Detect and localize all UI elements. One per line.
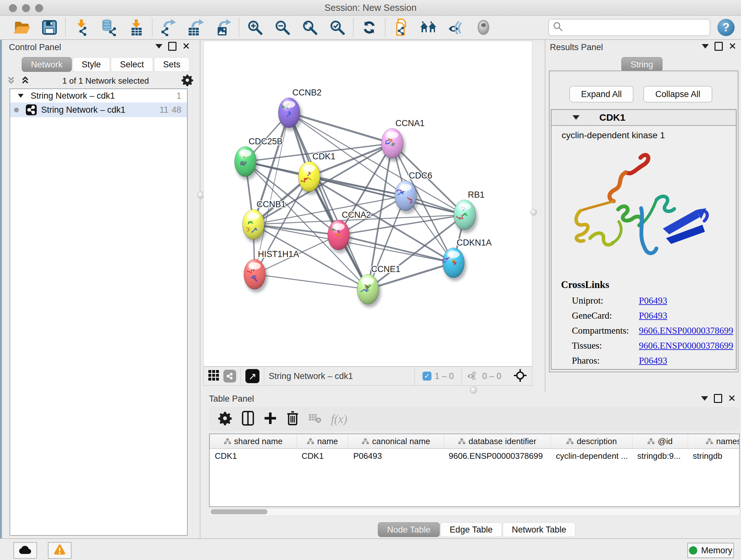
column-header--id[interactable]: @id (632, 434, 688, 448)
import-table-from-file-icon[interactable] (123, 18, 150, 37)
crosslink-link[interactable]: 9606.ENSP00000378699 (639, 325, 733, 336)
network-node-HIST1H1A[interactable]: HIST1H1A (244, 249, 299, 293)
zoom-out-icon[interactable] (269, 18, 296, 37)
protein-card-header[interactable]: CDK1 (551, 110, 736, 126)
import-network-from-file-icon[interactable] (68, 18, 95, 37)
string-view-icon[interactable] (223, 370, 236, 382)
table-close-icon[interactable]: ✕ (728, 395, 736, 402)
network-node-RB1[interactable]: RB1 (454, 190, 485, 233)
grid-view-icon[interactable] (208, 370, 219, 382)
search-box[interactable] (548, 19, 711, 36)
hide-selected-icon[interactable] (442, 18, 470, 37)
network-row[interactable]: String Network – cdk1 11 48 (10, 103, 187, 117)
protein-collapse-icon[interactable] (572, 115, 580, 120)
search-input[interactable] (563, 22, 710, 33)
first-neighbors-icon[interactable] (415, 18, 442, 37)
export-table-icon[interactable] (182, 18, 209, 37)
delete-column-icon[interactable] (286, 411, 299, 427)
table-cell[interactable]: P06493 (348, 449, 444, 463)
float-panel-icon[interactable] (168, 42, 177, 51)
network-node-CCNB1[interactable]: CCNB1 (243, 199, 286, 243)
table-cell[interactable]: CDK1 (210, 449, 296, 463)
column-header-canonical-name[interactable]: canonical name (348, 434, 444, 448)
import-network-from-database-icon[interactable] (95, 18, 123, 37)
refresh-layout-icon[interactable] (355, 18, 383, 37)
warning-icon (53, 544, 66, 557)
string-network-icon (26, 105, 37, 115)
crosslink-link[interactable]: P06493 (639, 295, 667, 306)
table-panel-title: Table Panel (209, 394, 254, 404)
hidden-eye-slash-icon[interactable] (466, 370, 479, 382)
table-collapse-icon[interactable] (701, 396, 708, 401)
collapse-all-button[interactable]: Collapse All (643, 86, 712, 103)
tab-string[interactable]: String (621, 57, 663, 72)
table-hscrollbar-thumb[interactable] (211, 509, 267, 514)
column-header-name[interactable]: name (296, 434, 348, 448)
results-close-icon[interactable]: ✕ (729, 43, 737, 50)
table-cell[interactable]: stringdb (688, 449, 740, 463)
tab-select[interactable]: Select (111, 57, 153, 72)
tab-style[interactable]: Style (72, 57, 110, 72)
birds-eye-view-icon[interactable]: ↗ (246, 369, 259, 383)
network-options-gear-icon[interactable] (181, 74, 193, 87)
table-cell[interactable]: CDK1 (296, 449, 348, 463)
crosslink-row: Uniprot:P06493 (551, 293, 736, 308)
zoom-fit-icon[interactable] (296, 18, 324, 37)
zoom-in-icon[interactable] (241, 18, 269, 37)
column-header-namespace[interactable]: namespace (688, 434, 740, 448)
results-collapse-icon[interactable] (702, 44, 709, 49)
clone-network-icon[interactable] (387, 18, 415, 37)
network-edge[interactable] (289, 113, 465, 215)
table-hscrollbar[interactable] (209, 508, 740, 516)
help-icon[interactable]: ? (718, 19, 735, 36)
save-session-icon[interactable] (36, 18, 63, 37)
network-node-CCNA1[interactable]: CCNA1 (381, 118, 425, 162)
tab-node-table[interactable]: Node Table (378, 522, 440, 537)
memory-button[interactable]: Memory (687, 543, 734, 558)
close-panel-icon[interactable]: ✕ (182, 43, 190, 50)
tab-edge-table[interactable]: Edge Table (441, 522, 502, 537)
zoom-selected-icon[interactable] (324, 18, 351, 37)
right-splitter-grip[interactable] (530, 209, 537, 215)
network-canvas[interactable]: CCNB2CCNA1CDC25BCDK1CDC6RB1CCNB1CCNA2CDK… (203, 41, 532, 367)
add-column-icon[interactable] (264, 412, 277, 426)
collection-label: String Network – cdk1 (30, 91, 115, 101)
collapse-panel-icon[interactable] (155, 44, 162, 49)
table-float-icon[interactable] (714, 394, 722, 403)
network-node-CDKN1A[interactable]: CDKN1A (443, 238, 492, 281)
warnings-button[interactable] (48, 542, 71, 559)
network-edge[interactable] (289, 113, 368, 289)
tab-network[interactable]: Network (22, 57, 72, 72)
table-cell[interactable]: stringdb:9... (632, 449, 688, 463)
table-cell[interactable]: 9606.ENSP00000378699 (444, 449, 551, 463)
open-session-icon[interactable] (8, 18, 36, 37)
expand-all-networks-icon[interactable] (20, 75, 30, 86)
tab-network-table[interactable]: Network Table (502, 522, 576, 537)
table-options-gear-icon[interactable] (218, 411, 232, 427)
show-columns-icon[interactable] (242, 411, 254, 427)
network-edge[interactable] (289, 113, 392, 143)
network-node-CCNA2[interactable]: CCNA2 (328, 210, 371, 253)
network-edge[interactable] (255, 274, 368, 289)
selected-checkbox-icon[interactable]: ✓ (422, 372, 431, 381)
column-header-shared-name[interactable]: shared name (210, 434, 296, 448)
crosslink-link[interactable]: P06493 (639, 355, 667, 366)
tab-sets[interactable]: Sets (154, 57, 190, 72)
column-header-description[interactable]: description (551, 434, 632, 448)
cloud-button[interactable] (13, 542, 37, 559)
export-network-icon[interactable] (154, 18, 182, 37)
crosslink-link[interactable]: P06493 (639, 310, 667, 321)
column-header-database-identifier[interactable]: database identifier (444, 434, 551, 448)
crosshair-icon[interactable] (514, 369, 527, 383)
export-image-icon[interactable] (209, 18, 237, 37)
network-collection-row[interactable]: String Network – cdk1 1 (10, 89, 187, 103)
network-node-CCNB2[interactable]: CCNB2 (278, 88, 322, 131)
results-float-icon[interactable] (715, 42, 723, 51)
show-all-icon[interactable] (470, 18, 497, 37)
collapse-all-networks-icon[interactable] (6, 75, 16, 86)
title-bar[interactable]: Session: New Session (0, 0, 741, 16)
network-node-CCNE1[interactable]: CCNE1 (357, 264, 401, 307)
expand-all-button[interactable]: Expand All (569, 86, 633, 103)
crosslink-link[interactable]: 9606.ENSP00000378699 (639, 340, 733, 351)
table-cell[interactable]: cyclin-dependent ... (551, 449, 632, 463)
